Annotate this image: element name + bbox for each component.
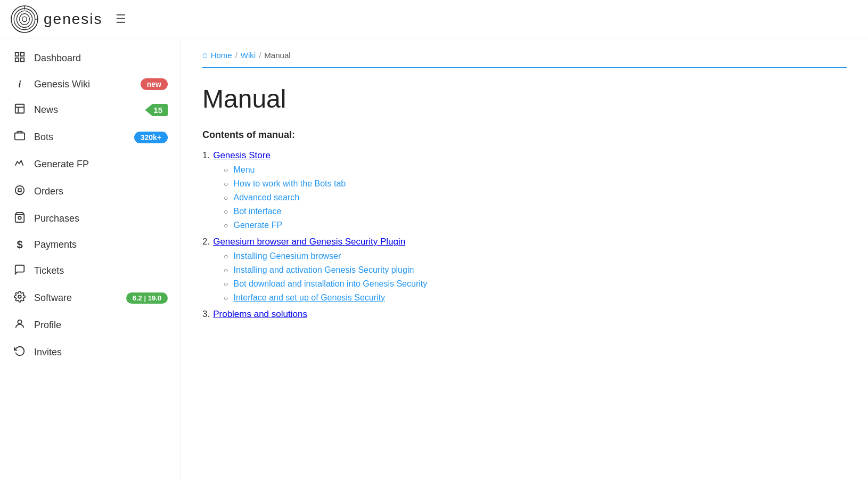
sidebar-label-generate-fp: Generate FP (34, 159, 168, 170)
hamburger-icon[interactable]: ☰ (116, 12, 126, 26)
sidebar-label-orders: Orders (34, 186, 168, 197)
toc-link-bot-download[interactable]: Bot download and installation into Genes… (233, 279, 427, 289)
toc-subitem-advanced-search: Advanced search (224, 193, 847, 202)
sidebar-item-dashboard[interactable]: Dashboard (0, 45, 181, 72)
header: genesis ☰ (0, 0, 868, 38)
news-badge: 15 (145, 104, 168, 116)
svg-rect-10 (21, 58, 24, 61)
toc-link-bot-interface[interactable]: Bot interface (233, 207, 281, 216)
sidebar-item-orders[interactable]: Orders (0, 178, 181, 205)
sidebar: Dashboard i Genesis Wiki new News 15 Bot… (0, 38, 181, 480)
toc-link-bots-tab[interactable]: How to work with the Bots tab (233, 179, 346, 189)
sidebar-item-payments[interactable]: $ Payments (0, 232, 181, 257)
logo-area: genesis (11, 5, 103, 33)
sidebar-label-genesis-wiki: Genesis Wiki (34, 79, 133, 90)
sidebar-item-bots[interactable]: Bots 320k+ (0, 124, 181, 151)
sidebar-item-purchases[interactable]: Purchases (0, 205, 181, 232)
toc-link-advanced-search[interactable]: Advanced search (233, 193, 299, 202)
toc-link-interface-setup[interactable]: Interface and set up of Genesis Security (233, 293, 385, 303)
toc-list: 1. Genesis Store Menu How to work with t… (202, 150, 847, 320)
toc-link-generate-fp[interactable]: Generate FP (233, 221, 282, 230)
breadcrumb-current: Manual (264, 51, 290, 60)
sidebar-label-purchases: Purchases (34, 213, 168, 224)
dashboard-icon (13, 51, 27, 66)
main-content: ⌂ Home / Wiki / Manual Manual Contents o… (181, 38, 868, 480)
toc-sublist-2: Installing Genesium browser Installing a… (202, 251, 847, 303)
toc-link-genesium[interactable]: Genesium browser and Genesis Security Pl… (213, 237, 405, 247)
svg-point-23 (18, 320, 21, 324)
toc-subitem-interface-setup: Interface and set up of Genesis Security (224, 293, 847, 303)
sidebar-label-invites: Invites (34, 347, 168, 358)
toc-link-installing-activation[interactable]: Installing and activation Genesis Securi… (233, 265, 414, 275)
toc-item-1: 1. Genesis Store Menu How to work with t… (202, 150, 847, 230)
logo-icon (11, 5, 38, 33)
layout: Dashboard i Genesis Wiki new News 15 Bot… (0, 38, 868, 480)
toc-link-genesis-store[interactable]: Genesis Store (213, 150, 271, 161)
payments-icon: $ (13, 239, 27, 251)
genesis-wiki-badge: new (141, 78, 168, 90)
logo-text: genesis (44, 11, 103, 28)
toc-subitem-installing-genesium: Installing Genesium browser (224, 251, 847, 261)
sidebar-label-news: News (34, 104, 137, 116)
sidebar-item-tickets[interactable]: Tickets (0, 257, 181, 284)
breadcrumb-home[interactable]: Home (211, 51, 232, 60)
sidebar-item-software[interactable]: Software 6.2 | 19.0 (0, 284, 181, 312)
svg-rect-9 (15, 58, 19, 61)
svg-point-3 (20, 13, 30, 25)
svg-rect-19 (18, 189, 21, 192)
sidebar-label-payments: Payments (34, 239, 168, 250)
news-icon (13, 103, 27, 117)
profile-icon (13, 318, 27, 332)
sidebar-label-bots: Bots (34, 132, 127, 143)
toc-link-problems[interactable]: Problems and solutions (213, 309, 307, 320)
home-icon: ⌂ (202, 50, 208, 60)
toc-subitem-bots-tab: How to work with the Bots tab (224, 179, 847, 189)
svg-point-1 (14, 9, 35, 30)
svg-rect-11 (15, 104, 24, 113)
svg-point-22 (18, 295, 21, 298)
software-badge: 6.2 | 19.0 (126, 292, 168, 304)
sidebar-item-profile[interactable]: Profile (0, 312, 181, 339)
bots-icon (13, 130, 27, 144)
svg-point-18 (15, 186, 24, 195)
sidebar-label-tickets: Tickets (34, 265, 168, 276)
orders-icon (13, 184, 27, 199)
generate-fp-icon (13, 157, 27, 172)
purchases-icon (13, 211, 27, 226)
sidebar-item-generate-fp[interactable]: Generate FP (0, 151, 181, 178)
sidebar-item-news[interactable]: News 15 (0, 96, 181, 124)
software-icon (13, 291, 27, 305)
toc-subitem-menu: Menu (224, 165, 847, 175)
sidebar-label-software: Software (34, 292, 119, 304)
page-title: Manual (202, 84, 847, 113)
toc-item-2: 2. Genesium browser and Genesis Security… (202, 237, 847, 303)
toc-subitem-installing-activation: Installing and activation Genesis Securi… (224, 265, 847, 275)
tickets-icon (13, 264, 27, 278)
toc-subitem-bot-interface: Bot interface (224, 207, 847, 216)
svg-point-21 (18, 216, 21, 219)
breadcrumb-wiki[interactable]: Wiki (241, 51, 256, 60)
sidebar-item-genesis-wiki[interactable]: i Genesis Wiki new (0, 72, 181, 96)
toc-link-menu[interactable]: Menu (233, 165, 255, 175)
genesis-wiki-icon: i (13, 79, 27, 90)
toc-item-3: 3. Problems and solutions (202, 309, 847, 320)
breadcrumb: ⌂ Home / Wiki / Manual (202, 38, 847, 68)
svg-point-0 (11, 6, 38, 32)
sidebar-label-profile: Profile (34, 320, 168, 331)
contents-heading: Contents of manual: (202, 129, 847, 141)
svg-rect-7 (15, 53, 19, 56)
sidebar-label-dashboard: Dashboard (34, 53, 168, 64)
bots-badge: 320k+ (134, 132, 168, 143)
toc-subitem-generate-fp: Generate FP (224, 221, 847, 230)
sidebar-item-invites[interactable]: Invites (0, 339, 181, 366)
svg-rect-8 (21, 53, 24, 56)
svg-point-4 (22, 17, 27, 21)
toc-link-installing-genesium[interactable]: Installing Genesium browser (233, 251, 341, 261)
toc-subitem-bot-download: Bot download and installation into Genes… (224, 279, 847, 289)
invites-icon (13, 345, 27, 360)
toc-sublist-1: Menu How to work with the Bots tab Advan… (202, 165, 847, 230)
svg-rect-14 (15, 133, 24, 140)
